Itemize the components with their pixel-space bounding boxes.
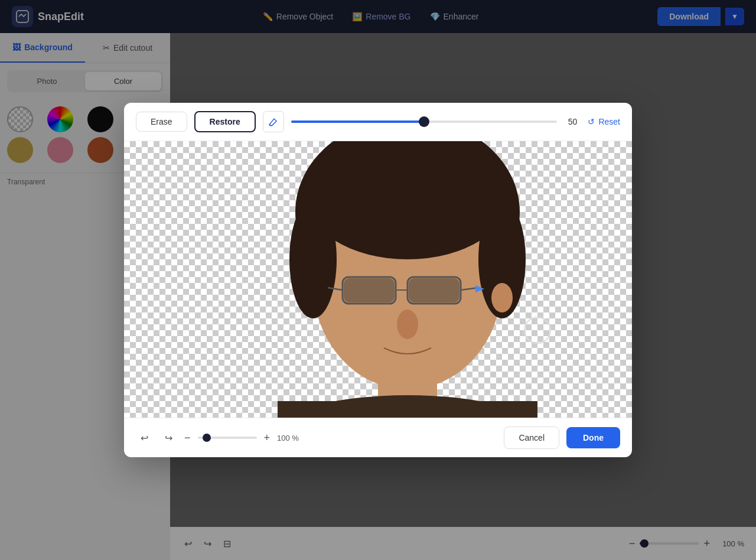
redo-button[interactable]: ↪ bbox=[160, 430, 177, 446]
modal-image-area[interactable] bbox=[124, 141, 632, 418]
image-canvas[interactable] bbox=[124, 141, 632, 418]
modal-zoom-thumb[interactable] bbox=[203, 434, 211, 442]
modal: Erase Restore 50 ↺ Reset bbox=[124, 103, 632, 457]
svg-rect-9 bbox=[278, 401, 537, 418]
modal-overlay: Erase Restore 50 ↺ Reset bbox=[0, 0, 756, 560]
undo-button[interactable]: ↩ bbox=[136, 430, 153, 446]
svg-point-19 bbox=[491, 283, 513, 312]
reset-icon: ↺ bbox=[588, 117, 595, 126]
brush-size-slider[interactable] bbox=[291, 121, 558, 123]
svg-rect-17 bbox=[409, 278, 460, 302]
brush-tool-button[interactable] bbox=[263, 111, 284, 132]
svg-point-18 bbox=[397, 310, 418, 339]
brush-slider-thumb[interactable] bbox=[419, 116, 429, 127]
modal-zoom-slider[interactable] bbox=[198, 437, 257, 439]
modal-zoom-minus[interactable]: − bbox=[184, 432, 191, 444]
modal-bottom: ↩ ↪ − + 100 % Cancel Done bbox=[124, 418, 632, 457]
erase-button[interactable]: Erase bbox=[136, 112, 187, 132]
svg-rect-16 bbox=[344, 278, 395, 302]
svg-point-20 bbox=[524, 317, 550, 343]
brush-size-value: 50 bbox=[564, 117, 581, 126]
reset-label: Reset bbox=[598, 117, 620, 126]
done-button[interactable]: Done bbox=[566, 427, 620, 448]
cancel-button[interactable]: Cancel bbox=[504, 426, 559, 449]
person-image bbox=[124, 141, 632, 418]
modal-zoom-percent: 100 % bbox=[277, 434, 299, 442]
modal-toolbar: Erase Restore 50 ↺ Reset bbox=[124, 103, 632, 141]
modal-zoom-plus[interactable]: + bbox=[264, 432, 271, 444]
restore-button[interactable]: Restore bbox=[194, 111, 256, 132]
reset-button[interactable]: ↺ Reset bbox=[588, 117, 620, 126]
svg-point-5 bbox=[289, 200, 337, 318]
